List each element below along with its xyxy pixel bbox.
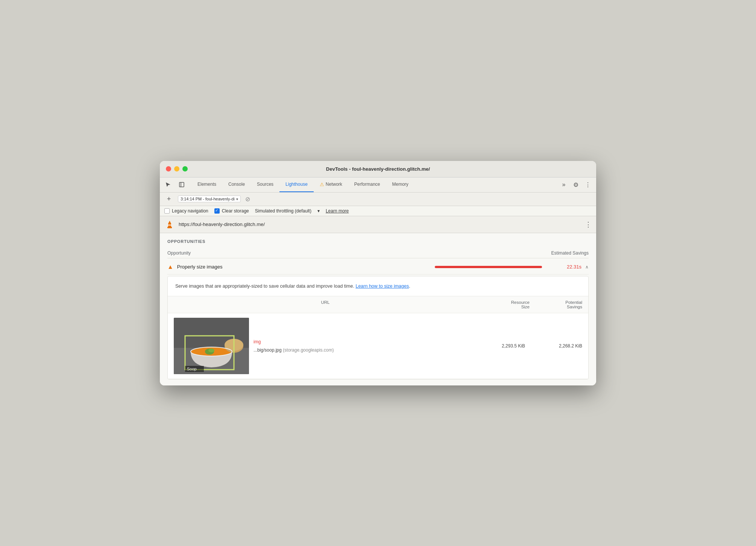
table-cell-url: img ...big/soop.jpg (storage.googleapis.… xyxy=(254,339,468,353)
clear-storage-label: Clear storage xyxy=(222,208,249,214)
col-resource-size-header: ResourceSize xyxy=(477,300,530,309)
svg-rect-5 xyxy=(168,224,172,226)
url-bar-menu-icon[interactable]: ⋮ xyxy=(585,220,592,229)
opportunity-warning-icon: ▲ xyxy=(167,264,173,270)
opportunity-savings-value: 22.31s xyxy=(551,264,581,270)
table-cell-potential-savings: 2,268.2 KiB xyxy=(530,343,582,349)
clear-storage-control[interactable]: Clear storage xyxy=(214,208,249,214)
minimize-button[interactable] xyxy=(174,166,179,171)
tab-sources[interactable]: Sources xyxy=(251,177,279,192)
learn-how-link[interactable]: Learn how to size images xyxy=(355,284,409,289)
maximize-button[interactable] xyxy=(182,166,188,171)
throttling-label: Simulated throttling (default) xyxy=(255,208,311,214)
toolbar: + 3:14:14 PM - foul-heavenly-di ▾ ⊘ xyxy=(160,193,596,206)
legacy-navigation-checkbox[interactable] xyxy=(164,208,170,214)
detail-description: Serve images that are appropriately-size… xyxy=(168,276,588,296)
image-url-domain: (storage.googleapis.com) xyxy=(283,347,334,353)
table-cell-resource-size: 2,293.5 KiB xyxy=(472,343,525,349)
cursor-icon[interactable] xyxy=(163,179,173,190)
svg-rect-0 xyxy=(179,182,184,187)
opportunity-bar-container xyxy=(435,266,548,268)
add-session-button[interactable]: + xyxy=(164,194,173,203)
detail-table: URL ResourceSize PotentialSavings xyxy=(168,296,588,379)
opportunity-detail-section: Serve images that are appropriately-size… xyxy=(167,276,589,379)
col-potential-savings-header: PotentialSavings xyxy=(530,300,582,309)
close-button[interactable] xyxy=(166,166,171,171)
opportunity-table-header: Opportunity Estimated Savings xyxy=(167,248,589,258)
opportunities-section-title: OPPORTUNITIES xyxy=(167,239,589,244)
inspector-icon[interactable] xyxy=(176,179,187,190)
svg-text:Soop: Soop xyxy=(187,367,197,371)
main-content: OPPORTUNITIES Opportunity Estimated Savi… xyxy=(160,233,596,385)
settings-icon[interactable]: ⚙ xyxy=(571,179,581,190)
col-estimated-savings-label: Estimated Savings xyxy=(551,250,589,256)
tab-lighthouse[interactable]: Lighthouse xyxy=(279,177,314,192)
detail-table-header: URL ResourceSize PotentialSavings xyxy=(168,296,588,313)
session-label: 3:14:14 PM - foul-heavenly-di xyxy=(181,197,235,201)
opportunity-name: Properly size images xyxy=(177,264,431,270)
tab-bar-end: » ⚙ ⋮ xyxy=(559,179,593,190)
legacy-navigation-control[interactable]: Legacy navigation xyxy=(164,208,208,214)
controls-row: Legacy navigation Clear storage Simulate… xyxy=(160,206,596,216)
more-tabs-icon[interactable]: » xyxy=(559,179,569,190)
tab-console[interactable]: Console xyxy=(222,177,251,192)
tab-memory[interactable]: Memory xyxy=(386,177,414,192)
tabs-container: Elements Console Sources Lighthouse ⚠ Ne… xyxy=(191,177,414,192)
session-selector[interactable]: 3:14:14 PM - foul-heavenly-di ▾ xyxy=(178,196,241,202)
url-bar: https://foul-heavenly-direction.glitch.m… xyxy=(160,216,596,233)
tab-bar: Elements Console Sources Lighthouse ⚠ Ne… xyxy=(160,177,596,193)
network-warning-icon: ⚠ xyxy=(320,182,324,187)
url-display: https://foul-heavenly-direction.glitch.m… xyxy=(179,221,581,227)
clear-storage-checkbox[interactable] xyxy=(214,208,220,214)
svg-marker-4 xyxy=(168,221,171,224)
tab-performance[interactable]: Performance xyxy=(348,177,386,192)
image-preview: Soop xyxy=(174,318,249,374)
image-tag: img xyxy=(254,339,468,344)
throttle-dropdown-arrow: ▾ xyxy=(317,208,320,214)
window-title: DevTools - foul-heavenly-direction.glitc… xyxy=(326,166,430,172)
image-url-short: ...big/soop.jpg xyxy=(254,347,282,353)
devtools-window: DevTools - foul-heavenly-direction.glitc… xyxy=(160,161,596,385)
tab-bar-icons xyxy=(163,179,187,190)
kebab-menu-icon[interactable]: ⋮ xyxy=(583,179,593,190)
no-entry-icon[interactable]: ⊘ xyxy=(245,196,250,203)
col-url-header: URL xyxy=(174,300,477,309)
throttling-dropdown[interactable]: ▾ xyxy=(317,208,320,214)
col-opportunity-label: Opportunity xyxy=(167,250,191,256)
svg-point-13 xyxy=(208,349,214,352)
opportunity-row-properly-size-images[interactable]: ▲ Properly size images 22.31s ∧ xyxy=(167,260,589,275)
image-url: ...big/soop.jpg (storage.googleapis.com) xyxy=(254,347,468,353)
learn-more-link[interactable]: Learn more xyxy=(326,208,349,214)
opportunity-expand-chevron-icon[interactable]: ∧ xyxy=(585,264,589,270)
window-controls xyxy=(166,166,188,171)
tab-elements[interactable]: Elements xyxy=(191,177,222,192)
legacy-navigation-label: Legacy navigation xyxy=(172,208,208,214)
lighthouse-logo-icon xyxy=(164,219,175,230)
opportunity-savings-bar xyxy=(435,266,542,268)
tab-network[interactable]: ⚠ Network xyxy=(314,177,348,192)
table-row: Soop img ...big/soop.jpg (storage.google… xyxy=(168,313,588,379)
title-bar: DevTools - foul-heavenly-direction.glitc… xyxy=(160,161,596,177)
session-dropdown-arrow: ▾ xyxy=(236,197,238,201)
